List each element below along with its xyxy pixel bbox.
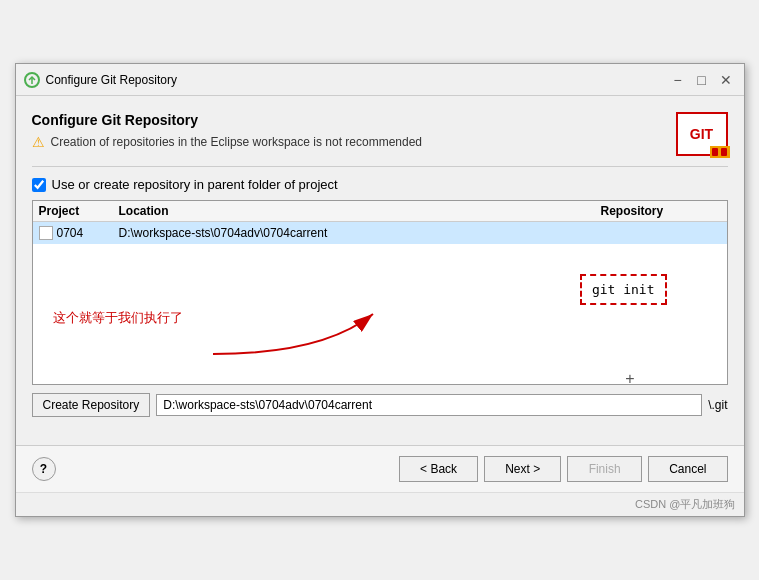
table-row[interactable]: 0704 D:\workspace-sts\0704adv\0704carren… [33, 222, 727, 244]
project-name: 0704 [57, 226, 84, 240]
annotation-area: 这个就等于我们执行了 git init + [33, 244, 727, 384]
titlebar-title: Configure Git Repository [46, 73, 177, 87]
svg-rect-1 [712, 148, 718, 156]
plus-icon: + [625, 370, 634, 388]
back-button[interactable]: < Back [399, 456, 478, 482]
table-header: Project Location Repository [33, 201, 727, 222]
cancel-button[interactable]: Cancel [648, 456, 727, 482]
separator-1 [32, 166, 728, 167]
dialog-content: Configure Git Repository ⚠ Creation of r… [16, 96, 744, 445]
svg-rect-2 [721, 148, 727, 156]
next-button[interactable]: Next > [484, 456, 561, 482]
repository-table: Project Location Repository 0704 D:\work… [32, 200, 728, 385]
warning-row: ⚠ Creation of repositories in the Eclips… [32, 134, 423, 150]
location-value: D:\workspace-sts\0704adv\0704carrent [119, 226, 601, 240]
col-repository: Repository [601, 204, 721, 218]
git-logo-badge-icon [711, 147, 729, 157]
project-cell: 0704 [39, 226, 119, 240]
repository-path-input[interactable] [156, 394, 702, 416]
checkbox-row: Use or create repository in parent folde… [32, 177, 728, 192]
finish-button[interactable]: Finish [567, 456, 642, 482]
titlebar-left: Configure Git Repository [24, 72, 177, 88]
git-suffix: \.git [708, 398, 727, 412]
warning-icon: ⚠ [32, 134, 45, 150]
section-title: Configure Git Repository [32, 112, 423, 128]
col-project: Project [39, 204, 119, 218]
create-repository-row: Create Repository \.git [32, 393, 728, 417]
checkbox-label: Use or create repository in parent folde… [52, 177, 338, 192]
col-location: Location [119, 204, 601, 218]
red-arrow [203, 294, 403, 364]
close-button[interactable]: ✕ [716, 70, 736, 90]
help-button[interactable]: ? [32, 457, 56, 481]
maximize-button[interactable]: □ [692, 70, 712, 90]
button-bar: ? < Back Next > Finish Cancel [16, 445, 744, 492]
git-init-box: git init [580, 274, 667, 305]
git-logo: GIT [676, 112, 728, 156]
navigation-buttons: < Back Next > Finish Cancel [399, 456, 727, 482]
use-parent-folder-checkbox[interactable] [32, 178, 46, 192]
warning-text: Creation of repositories in the Eclipse … [51, 135, 423, 149]
table-body: 这个就等于我们执行了 git init + [33, 244, 727, 384]
configure-git-repository-dialog: Configure Git Repository − □ ✕ Configure… [15, 63, 745, 517]
section-header: Configure Git Repository ⚠ Creation of r… [32, 112, 728, 156]
window-icon [24, 72, 40, 88]
titlebar: Configure Git Repository − □ ✕ [16, 64, 744, 96]
arrow-annotation-text: 这个就等于我们执行了 [53, 309, 183, 327]
titlebar-buttons: − □ ✕ [668, 70, 736, 90]
project-icon [39, 226, 53, 240]
watermark: CSDN @平凡加班狗 [16, 492, 744, 516]
minimize-button[interactable]: − [668, 70, 688, 90]
create-repository-button[interactable]: Create Repository [32, 393, 151, 417]
